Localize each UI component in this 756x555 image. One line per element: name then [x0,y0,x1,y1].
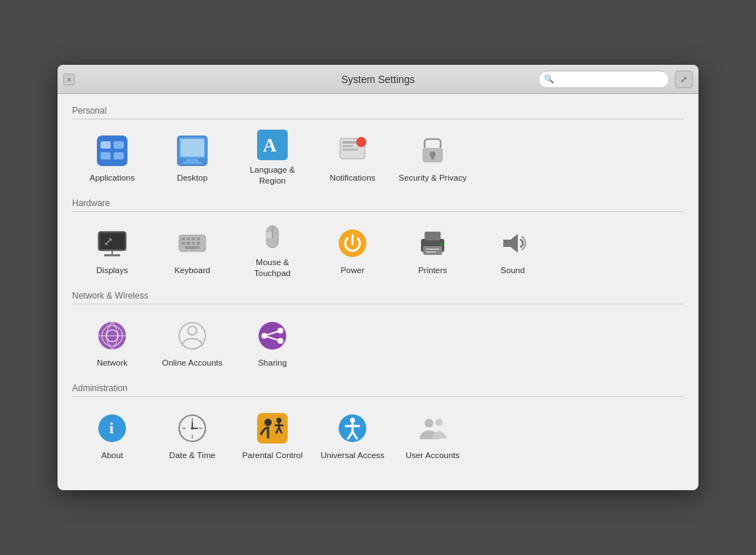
svg-rect-9 [186,159,198,162]
network-grid: Network Online Accounts [72,310,684,376]
svg-rect-36 [197,242,200,245]
item-desktop[interactable]: Desktop [152,125,232,191]
desktop-label: Desktop [177,173,208,184]
datetime-icon-wrapper [175,411,210,446]
section-header-administration: Administration [72,383,684,397]
svg-rect-4 [114,152,124,160]
search-input[interactable] [538,71,669,88]
section-header-hardware: Hardware [72,198,684,212]
item-sound[interactable]: Sound [473,218,553,283]
svg-rect-0 [97,135,127,166]
svg-rect-30 [186,237,190,240]
svg-rect-43 [425,232,441,240]
item-displays[interactable]: ⤢ Displays [72,218,152,283]
item-printers[interactable]: Printers [393,218,473,283]
item-applications[interactable]: Applications [72,125,152,191]
section-header-personal: Personal [72,106,684,119]
item-about[interactable]: i About [72,403,152,468]
item-universal-access[interactable]: Universal Access [312,403,393,468]
svg-point-84 [425,419,433,428]
svg-rect-14 [342,141,357,143]
svg-text:⤢: ⤢ [103,235,113,248]
item-network[interactable]: Network [72,310,152,376]
applications-icon-wrapper [95,133,130,168]
svg-rect-35 [192,242,195,245]
section-administration: Administration i About [72,383,684,468]
svg-rect-26 [104,254,120,256]
item-notifications[interactable]: Notifications [312,125,393,191]
printers-icon-wrapper [415,226,450,261]
item-mouse-touchpad[interactable]: Mouse & Touchpad [232,218,312,283]
universal-label: Universal Access [320,450,385,461]
keyboard-icon-wrapper [175,226,210,261]
users-label: User Accounts [406,450,460,461]
item-online-accounts[interactable]: Online Accounts [152,310,232,376]
hardware-grid: ⤢ Displays [72,218,684,283]
svg-rect-29 [181,237,185,240]
notifications-icon-wrapper [335,133,370,168]
svg-rect-18 [425,139,441,149]
titlebar-left: × [63,74,75,85]
section-header-network: Network & Wireless [72,291,684,304]
svg-rect-40 [267,232,272,238]
svg-rect-31 [192,237,195,240]
svg-rect-44 [423,246,442,255]
parental-label: Parental Control [242,450,302,461]
item-user-accounts[interactable]: User Accounts [393,403,473,468]
item-security-privacy[interactable]: Security & Privacy [393,125,473,191]
power-label: Power [341,265,365,276]
mouse-label: Mouse & Touchpad [238,257,307,279]
section-hardware: Hardware ⤢ Displays [72,198,684,283]
item-sharing[interactable]: Sharing [232,310,312,376]
svg-point-47 [440,243,443,245]
item-language-region[interactable]: A Language & Region [232,125,312,191]
sound-label: Sound [500,265,524,276]
svg-rect-8 [181,139,204,157]
svg-point-85 [436,419,443,426]
displays-icon-wrapper: ⤢ [95,226,130,261]
svg-point-72 [264,419,272,426]
search-wrapper: 🔍 [538,71,669,88]
datetime-label: Date & Time [169,450,215,461]
svg-rect-16 [342,149,358,151]
personal-grid: Applications Desktop [72,125,684,191]
svg-marker-48 [503,234,518,253]
printers-label: Printers [418,265,447,276]
expand-button[interactable]: ⤢ [675,71,693,88]
sound-icon-wrapper [495,226,530,261]
power-icon-wrapper [335,226,370,261]
svg-point-17 [356,137,366,147]
svg-rect-5 [101,141,111,149]
svg-rect-45 [426,248,439,250]
about-label: About [101,450,123,461]
system-settings-window: × System Settings 🔍 ⤢ Personal [58,65,698,490]
svg-rect-15 [342,145,353,147]
titlebar: × System Settings 🔍 ⤢ [58,65,698,94]
parental-icon-wrapper [255,411,290,446]
item-date-time[interactable]: Date & Time [152,403,232,468]
section-network: Network & Wireless Network [72,291,684,376]
window-title: System Settings [341,74,414,85]
item-power[interactable]: Power [312,218,393,283]
security-label: Security & Privacy [398,173,466,184]
online-accounts-label: Online Accounts [162,358,222,369]
svg-rect-32 [197,237,200,240]
svg-rect-33 [181,242,185,245]
svg-rect-46 [426,251,436,253]
close-button[interactable]: × [63,74,75,85]
svg-rect-10 [183,162,202,164]
section-personal: Personal Applications [72,106,684,191]
mouse-icon-wrapper [255,222,290,253]
language-icon-wrapper: A [255,130,290,160]
svg-point-54 [188,326,197,335]
item-keyboard[interactable]: Keyboard [152,218,232,283]
item-parental-control[interactable]: Parental Control [232,403,312,468]
svg-rect-2 [114,141,124,149]
applications-label: Applications [90,173,135,184]
svg-text:i: i [109,419,114,437]
network-icon-wrapper [95,318,130,353]
language-label: Language & Region [238,165,307,186]
content-area: Personal Applications [58,94,698,490]
about-icon-wrapper: i [95,411,130,446]
sharing-label: Sharing [258,358,287,369]
